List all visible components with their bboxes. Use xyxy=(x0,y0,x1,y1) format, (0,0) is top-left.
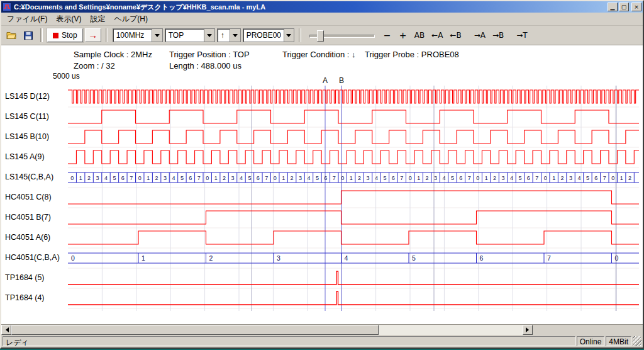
to-b-button[interactable]: →B xyxy=(490,28,506,42)
svg-text:5: 5 xyxy=(316,175,319,181)
svg-text:7: 7 xyxy=(603,175,606,181)
svg-text:7: 7 xyxy=(130,175,133,181)
toolbar-separator xyxy=(40,28,43,42)
chevron-down-icon xyxy=(155,34,160,40)
svg-text:0: 0 xyxy=(70,175,74,181)
trigger-edge-value: ↑ xyxy=(218,29,230,42)
svg-text:7: 7 xyxy=(468,175,471,181)
channel-waveform xyxy=(68,150,639,164)
arrow-left-icon xyxy=(3,327,9,332)
goto-b-button[interactable]: ←B xyxy=(447,28,464,42)
menu-item-help[interactable]: ヘルプ(H) xyxy=(109,13,152,26)
to-a-button[interactable]: →A xyxy=(472,28,488,42)
svg-text:0: 0 xyxy=(71,254,75,262)
zoom-in-button[interactable]: + xyxy=(396,28,410,42)
chevron-down-icon xyxy=(286,34,291,40)
menu-item-file[interactable]: ファイル(F) xyxy=(3,13,52,26)
dropdown-button[interactable] xyxy=(204,29,214,42)
trigger-probe-info: Trigger Probe : PROBE08 xyxy=(365,50,459,59)
svg-text:2: 2 xyxy=(358,175,361,181)
scroll-left-button[interactable] xyxy=(1,325,11,335)
scrollbar-thumb[interactable] xyxy=(11,325,379,335)
zoom-out-button[interactable]: − xyxy=(380,28,394,42)
svg-text:0: 0 xyxy=(544,175,547,181)
sample-clock-info: Sample Clock : 2MHz xyxy=(74,50,152,59)
svg-text:7: 7 xyxy=(197,175,201,181)
title-bar: C:¥Documents and Settings¥noname¥デスクトップ¥… xyxy=(1,1,643,13)
svg-text:3: 3 xyxy=(277,254,280,262)
menu-item-view[interactable]: 表示(V) xyxy=(52,13,86,26)
zoom-info: Zoom : / 32 xyxy=(74,61,115,71)
open-button[interactable] xyxy=(4,28,19,43)
zoom-slider[interactable] xyxy=(309,29,375,42)
scroll-right-button[interactable] xyxy=(523,325,533,335)
svg-text:7: 7 xyxy=(333,175,336,181)
close-button[interactable]: × xyxy=(631,3,641,11)
svg-text:3: 3 xyxy=(96,175,99,181)
svg-text:3: 3 xyxy=(434,175,437,181)
trigger-position-select[interactable]: TOP xyxy=(165,28,215,42)
trigger-edge-select[interactable]: ↑ xyxy=(217,28,241,42)
minimize-button[interactable]: ▁ xyxy=(608,3,618,11)
svg-text:1: 1 xyxy=(350,175,353,181)
floppy-icon xyxy=(23,31,33,40)
channel-waveform xyxy=(68,191,639,204)
svg-text:6: 6 xyxy=(121,175,125,181)
svg-text:5: 5 xyxy=(113,175,116,181)
goto-a-button[interactable]: ←A xyxy=(429,28,445,42)
svg-text:2: 2 xyxy=(87,175,91,181)
waveform-client-area: Sample Clock : 2MHz Trigger Position : T… xyxy=(1,45,643,325)
menu-item-settings[interactable]: 設定 xyxy=(86,13,109,26)
maximize-button[interactable]: ▢ xyxy=(619,3,629,11)
svg-text:6: 6 xyxy=(324,175,327,181)
chevron-down-icon xyxy=(207,34,212,40)
svg-text:5: 5 xyxy=(383,175,386,181)
dropdown-button[interactable] xyxy=(230,29,240,42)
cursor-label-a: A xyxy=(323,76,328,85)
svg-text:0: 0 xyxy=(409,175,412,181)
channel-label: LS145 D(12) xyxy=(5,92,67,101)
toolbar-separator xyxy=(299,28,301,42)
menu-bar: ファイル(F) 表示(V) 設定 ヘルプ(H) xyxy=(1,13,643,26)
svg-text:6: 6 xyxy=(594,175,597,181)
timing-plot[interactable]: 0123456701234567012345670123456701234567… xyxy=(68,86,639,311)
horizontal-scrollbar[interactable] xyxy=(1,325,533,335)
svg-text:1: 1 xyxy=(417,175,420,181)
svg-text:1: 1 xyxy=(79,175,82,181)
svg-text:0: 0 xyxy=(274,175,277,181)
probe-select[interactable]: PROBE00 xyxy=(243,28,294,42)
svg-text:7: 7 xyxy=(400,175,403,181)
svg-text:6: 6 xyxy=(459,175,462,181)
svg-text:4: 4 xyxy=(345,254,348,262)
svg-text:1: 1 xyxy=(214,175,218,181)
channel-label: LS145(C,B,A) xyxy=(5,172,67,181)
channel-waveform: 012345670 xyxy=(68,253,639,263)
toolbar-separator xyxy=(106,28,108,42)
svg-text:1: 1 xyxy=(282,175,285,181)
svg-text:0: 0 xyxy=(476,175,479,181)
clock-rate-select[interactable]: 100MHz xyxy=(113,28,163,42)
save-button[interactable] xyxy=(21,28,36,43)
svg-text:4: 4 xyxy=(172,175,175,181)
dropdown-button[interactable] xyxy=(284,29,294,42)
to-trigger-button[interactable]: →T xyxy=(514,28,530,42)
scrollbar-track[interactable] xyxy=(379,325,523,335)
svg-text:4: 4 xyxy=(307,175,310,181)
app-icon xyxy=(3,3,11,11)
svg-text:2: 2 xyxy=(628,175,631,181)
svg-text:1: 1 xyxy=(620,175,623,181)
slider-handle[interactable] xyxy=(317,30,324,42)
svg-text:5: 5 xyxy=(586,175,589,181)
scrollbar-filler xyxy=(533,325,643,335)
stop-button[interactable]: Stop xyxy=(47,28,83,42)
svg-text:3: 3 xyxy=(164,175,167,181)
dropdown-button[interactable] xyxy=(152,29,162,42)
ab-button[interactable]: AB xyxy=(412,28,427,42)
run-button[interactable]: → xyxy=(85,28,101,42)
svg-text:5: 5 xyxy=(451,175,454,181)
window-buttons: ▁ ▢ × xyxy=(606,3,641,11)
svg-text:0: 0 xyxy=(611,175,614,181)
resize-grip[interactable] xyxy=(633,336,641,346)
svg-text:3: 3 xyxy=(569,175,572,181)
time-scale-label: 5000 us xyxy=(53,72,80,81)
